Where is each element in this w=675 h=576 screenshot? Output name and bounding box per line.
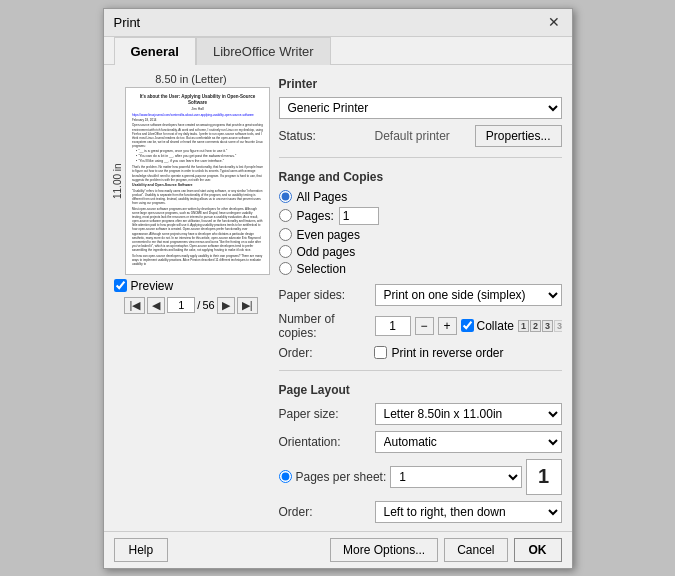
preview-page: It's about the User: Applying Usability … [125, 87, 270, 275]
paper-size-select[interactable]: Letter 8.50in x 11.00in [375, 403, 562, 425]
orientation-select[interactable]: Automatic [375, 431, 562, 453]
cancel-button[interactable]: Cancel [444, 538, 507, 562]
radio-all-pages-label: All Pages [297, 190, 348, 204]
page-separator: / [197, 299, 200, 311]
printer-section-label: Printer [279, 77, 562, 91]
reverse-order-label: Print in reverse order [392, 346, 504, 360]
preview-checkbox[interactable] [114, 279, 127, 292]
paper-sides-select[interactable]: Print on one side (simplex) [375, 284, 562, 306]
printer-select[interactable]: Generic Printer [279, 97, 562, 119]
radio-odd-pages-input[interactable] [279, 245, 292, 258]
radio-even-pages-label: Even pages [297, 228, 360, 242]
reverse-order-checkbox[interactable] [374, 346, 387, 359]
page-total: 56 [202, 299, 214, 311]
copies-minus-btn[interactable]: − [415, 317, 434, 335]
nav-prev-btn[interactable]: ◀ [147, 297, 165, 314]
nav-first-btn[interactable]: |◀ [124, 297, 145, 314]
radio-even-pages-input[interactable] [279, 228, 292, 241]
radio-all-pages-input[interactable] [279, 190, 292, 203]
radio-selection: Selection [279, 262, 562, 276]
range-options: All Pages Pages: Even pages Odd pages [279, 190, 562, 276]
nav-last-btn[interactable]: ▶| [237, 297, 258, 314]
radio-pages-label: Pages: [297, 209, 334, 223]
pages-per-sheet-radio[interactable] [279, 470, 292, 483]
pages-per-sheet-preview: 1 [526, 459, 562, 495]
preview-checkbox-label: Preview [131, 279, 174, 293]
order-label: Order: [279, 346, 369, 360]
tabs-row: General LibreOffice Writer [104, 37, 572, 65]
settings-panel: Printer Generic Printer Status: Default … [279, 73, 562, 523]
collate-badge-4: 3 [554, 320, 562, 332]
copies-row: Number of copies: − + Collate 1 2 3 3 [279, 312, 562, 340]
radio-odd-pages-label: Odd pages [297, 245, 356, 259]
status-value: Default printer [375, 129, 450, 143]
range-copies-label: Range and Copies [279, 170, 562, 184]
copies-input[interactable] [375, 316, 411, 336]
collate-indicator: 1 2 3 3 [518, 320, 562, 332]
pages-per-sheet-row: Pages per sheet: 1 1 [279, 459, 562, 495]
more-options-button[interactable]: More Options... [330, 538, 438, 562]
copies-label: Number of copies: [279, 312, 369, 340]
orientation-label: Orientation: [279, 435, 369, 449]
collate-check: Collate [461, 319, 514, 333]
radio-pages-input[interactable] [279, 209, 292, 222]
nav-next-btn[interactable]: ▶ [217, 297, 235, 314]
radio-selection-input[interactable] [279, 262, 292, 275]
radio-selection-label: Selection [297, 262, 346, 276]
orientation-row: Orientation: Automatic [279, 431, 562, 453]
title-bar: Print ✕ [104, 9, 572, 37]
preview-checkbox-row: Preview [114, 279, 174, 293]
tab-libreoffice-writer[interactable]: LibreOffice Writer [196, 37, 331, 65]
ok-button[interactable]: OK [514, 538, 562, 562]
radio-odd-pages: Odd pages [279, 245, 562, 259]
printer-status-row: Status: Default printer Properties... [279, 125, 562, 147]
help-button[interactable]: Help [114, 538, 169, 562]
preview-size-label: 8.50 in (Letter) [155, 73, 227, 85]
properties-button[interactable]: Properties... [475, 125, 562, 147]
collate-badge-2: 2 [530, 320, 541, 332]
collate-checkbox[interactable] [461, 319, 474, 332]
collate-label: Collate [477, 319, 514, 333]
paper-size-row: Paper size: Letter 8.50in x 11.00in [279, 403, 562, 425]
tab-general[interactable]: General [114, 37, 196, 65]
order-row: Order: Print in reverse order [279, 346, 562, 360]
close-button[interactable]: ✕ [546, 15, 562, 29]
preview-nav: |◀ ◀ / 56 ▶ ▶| [124, 297, 257, 314]
radio-even-pages: Even pages [279, 228, 562, 242]
page-number-input[interactable] [167, 297, 195, 313]
copies-area: − + Collate 1 2 3 3 [375, 316, 562, 336]
bottom-bar: Help More Options... Cancel OK [104, 531, 572, 568]
radio-all-pages: All Pages [279, 190, 562, 204]
paper-sides-label: Paper sides: [279, 288, 369, 302]
pages-per-sheet-select[interactable]: 1 [390, 466, 521, 488]
layout-order-label: Order: [279, 505, 369, 519]
print-dialog: Print ✕ General LibreOffice Writer 8.50 … [103, 8, 573, 569]
dialog-title: Print [114, 15, 141, 30]
page-layout-label: Page Layout [279, 383, 562, 397]
bottom-bar-left: Help [114, 538, 325, 562]
paper-sides-row: Paper sides: Print on one side (simplex) [279, 284, 562, 306]
collate-badge-3: 3 [542, 320, 553, 332]
copies-plus-btn[interactable]: + [438, 317, 457, 335]
dialog-body: 8.50 in (Letter) 11.00 in It's about the… [104, 65, 572, 531]
status-label: Status: [279, 129, 369, 143]
paper-size-label: Paper size: [279, 407, 369, 421]
preview-panel: 8.50 in (Letter) 11.00 in It's about the… [114, 73, 269, 523]
preview-height-label: 11.00 in [112, 87, 123, 275]
layout-order-row: Order: Left to right, then down [279, 501, 562, 523]
collate-badge-1: 1 [518, 320, 529, 332]
radio-pages: Pages: [279, 207, 562, 225]
pages-range-input[interactable] [339, 207, 379, 225]
layout-order-select[interactable]: Left to right, then down [375, 501, 562, 523]
pages-per-sheet-label: Pages per sheet: [296, 470, 387, 484]
